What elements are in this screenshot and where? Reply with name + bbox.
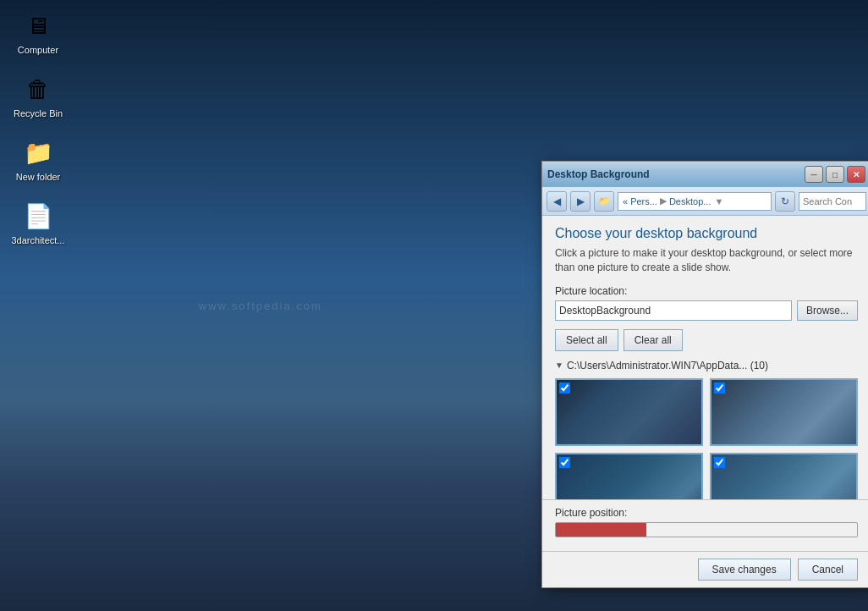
section-title: Choose your desktop background	[555, 226, 858, 241]
desktop-icons: 🖥 Computer 🗑 Recycle Bin 📁 New folder 📄 …	[8, 8, 68, 245]
folder-up-button[interactable]: 📁	[594, 191, 614, 212]
position-bar[interactable]	[555, 522, 858, 537]
save-changes-button[interactable]: Save changes	[698, 559, 791, 581]
desktop-icon-new-folder[interactable]: 📁 New folder	[8, 135, 68, 182]
document-icon: 📄	[21, 199, 55, 233]
image-grid	[555, 378, 858, 499]
recycle-bin-icon: 🗑	[21, 72, 55, 106]
breadcrumb-pers-text: Pers...	[630, 196, 657, 206]
breadcrumb-separator: ▶	[660, 195, 667, 206]
desktop-icon-recycle-bin[interactable]: 🗑 Recycle Bin	[8, 72, 68, 118]
cancel-button[interactable]: Cancel	[798, 559, 858, 581]
breadcrumb-arrow: ▼	[714, 196, 723, 206]
maximize-button[interactable]: □	[826, 166, 844, 183]
address-bar: ◀ ▶ 📁 « Pers... ▶ Desktop... ▼ ↻	[542, 187, 868, 216]
address-path[interactable]: « Pers... ▶ Desktop... ▼	[618, 192, 772, 211]
picture-location-label: Picture location:	[555, 285, 858, 297]
action-buttons: Select all Clear all	[555, 329, 858, 351]
image-checkbox-4[interactable]	[714, 457, 725, 468]
image-checkbox-2[interactable]	[714, 383, 725, 394]
path-text: C:\Users\Administrator.WIN7\AppData... (…	[567, 360, 768, 372]
desktop-icon-computer[interactable]: 🖥 Computer	[8, 8, 68, 55]
select-all-button[interactable]: Select all	[555, 329, 618, 351]
title-bar: Desktop Background ─ □ ✕	[542, 162, 868, 187]
forward-button[interactable]: ▶	[570, 191, 591, 212]
desktop-background-dialog: Desktop Background ─ □ ✕ ◀ ▶ 📁 « Pers...…	[541, 161, 868, 588]
image-checkbox-3[interactable]	[559, 457, 570, 468]
checkbox-overlay-1	[559, 383, 570, 396]
scrollable-content[interactable]: Choose your desktop background Click a p…	[542, 216, 868, 499]
content-area: Choose your desktop background Click a p…	[542, 216, 868, 587]
new-folder-label: New folder	[16, 172, 61, 182]
image-cell-1[interactable]	[555, 378, 703, 446]
breadcrumb-desktop: Desktop...	[669, 196, 711, 206]
back-button[interactable]: ◀	[547, 191, 567, 212]
folder-icon: 📁	[21, 135, 55, 169]
description-text: Click a picture to make it your desktop …	[555, 246, 858, 275]
image-cell-2[interactable]	[710, 378, 858, 446]
title-bar-buttons: ─ □ ✕	[805, 166, 865, 183]
recycle-bin-label: Recycle Bin	[14, 108, 63, 118]
location-dropdown[interactable]: DesktopBackground	[555, 300, 792, 321]
computer-icon-label: Computer	[18, 45, 58, 55]
picture-position-label: Picture position:	[555, 507, 858, 519]
clear-all-button[interactable]: Clear all	[624, 329, 683, 351]
collapse-icon: ▼	[555, 361, 563, 370]
path-header: ▼ C:\Users\Administrator.WIN7\AppData...…	[555, 360, 858, 372]
3darchitect-label: 3darchitect...	[12, 235, 65, 245]
bottom-section: Picture position:	[542, 499, 868, 551]
checkbox-overlay-4	[714, 457, 725, 471]
desktop: www.softpedia.com 🖥 Computer 🗑 Recycle B…	[0, 0, 868, 611]
breadcrumb-pers: «	[623, 196, 628, 206]
computer-icon: 🖥	[21, 8, 55, 42]
checkbox-overlay-3	[559, 457, 570, 471]
image-cell-3[interactable]	[555, 453, 703, 499]
search-input[interactable]	[799, 192, 866, 211]
refresh-button[interactable]: ↻	[775, 191, 795, 212]
image-checkbox-1[interactable]	[559, 383, 570, 394]
image-cell-4[interactable]	[710, 453, 858, 499]
location-row: DesktopBackground Browse...	[555, 300, 858, 321]
footer-buttons: Save changes Cancel	[542, 551, 868, 587]
minimize-button[interactable]: ─	[805, 166, 823, 183]
close-button[interactable]: ✕	[847, 166, 865, 183]
checkbox-overlay-2	[714, 383, 725, 396]
browse-button[interactable]: Browse...	[797, 300, 858, 321]
location-dropdown-wrapper: DesktopBackground	[555, 300, 792, 321]
title-bar-text: Desktop Background	[547, 168, 805, 180]
desktop-icon-3darchitect[interactable]: 📄 3darchitect...	[8, 199, 68, 245]
folder-icon-small: 📁	[599, 196, 609, 206]
